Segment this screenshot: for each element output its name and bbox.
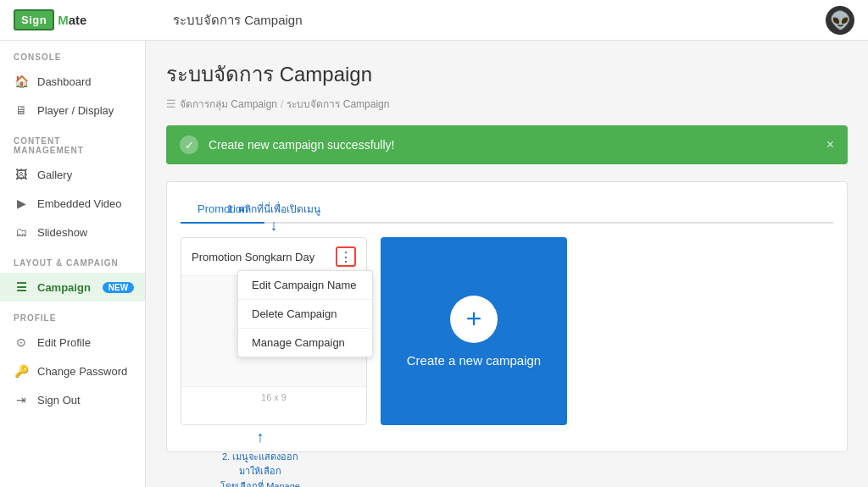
dropdown-delete[interactable]: Delete Campaign (238, 300, 372, 329)
sidebar-label-video: Embedded Video (37, 197, 122, 210)
monitor-icon: 🖥 (14, 102, 29, 118)
page-title: ระบบจัดการ Campaign (166, 58, 848, 91)
breadcrumb-sep: / (281, 98, 283, 110)
sidebar-item-edit-profile[interactable]: ⊙ Edit Profile (0, 328, 145, 357)
sidebar-label-gallery: Gallery (37, 169, 72, 181)
campaign-card-header: Promotion Songkarn Day ⋮ Edit Campaign N… (181, 238, 366, 276)
video-icon: ▶ (14, 196, 29, 211)
edit-profile-icon: ⊙ (14, 335, 29, 350)
sidebar-label-change-password: Change Password (37, 365, 127, 378)
logo-text: Mate (58, 13, 86, 27)
campaign-card-footer: 16 x 9 (181, 386, 366, 407)
sidebar-section-console: CONSOLE (0, 41, 145, 67)
campaign-area: Promotion 1. คลิกที่นี่เพื่อเปิดเมนู ↓ P… (166, 181, 848, 452)
logo-sign: Sign (21, 14, 47, 26)
sidebar-item-player-display[interactable]: 🖥 Player / Display (0, 96, 145, 125)
sidebar-label-campaign: Campaign (37, 281, 91, 294)
avatar[interactable]: 👽 (826, 6, 854, 35)
campaign-card-title: Promotion Songkarn Day (192, 251, 314, 263)
create-campaign-card[interactable]: + Create a new campaign (381, 237, 567, 425)
sidebar-item-slideshow[interactable]: 🗂 Slideshow (0, 218, 145, 246)
sidebar-item-dashboard[interactable]: 🏠 Dashboard (0, 67, 145, 96)
campaign-badge: NEW (103, 282, 134, 293)
campaign-menu-button[interactable]: ⋮ (336, 246, 356, 267)
alert-close-button[interactable]: × (826, 137, 834, 152)
home-icon: 🏠 (14, 74, 29, 89)
annotation-2: ↑ 2. เมนูจะแสดงออกมาให้เลือกโดยเลือกที่ … (188, 425, 332, 487)
campaign-grid: 1. คลิกที่นี่เพื่อเปิดเมนู ↓ Promotion S… (181, 237, 833, 425)
layout: CONSOLE 🏠 Dashboard 🖥 Player / Display C… (0, 41, 868, 487)
sidebar-label-player: Player / Display (37, 104, 114, 117)
alert-message: Create new campaign successfully! (209, 138, 394, 152)
sidebar: CONSOLE 🏠 Dashboard 🖥 Player / Display C… (0, 41, 146, 487)
alert-check-icon: ✓ (180, 136, 198, 154)
password-icon: 🔑 (14, 363, 29, 379)
sidebar-item-change-password[interactable]: 🔑 Change Password (0, 357, 145, 385)
sidebar-section-layout: LAYOUT & CAMPAIGN (0, 246, 145, 273)
sidebar-label-slideshow: Slideshow (37, 226, 87, 239)
topnav: Sign Mate ระบบจัดการ Campaign 👽 (0, 0, 868, 41)
campaign-icon: ☰ (14, 279, 29, 295)
create-plus-icon: + (450, 296, 498, 343)
gallery-icon: 🖼 (14, 167, 29, 182)
sidebar-section-profile: PROFILE (0, 302, 145, 328)
sidebar-item-sign-out[interactable]: ⇥ Sign Out (0, 385, 145, 414)
sidebar-item-campaign[interactable]: ☰ Campaign NEW (0, 273, 145, 302)
dropdown-menu: Edit Campaign Name Delete Campaign Manag… (237, 270, 373, 357)
topnav-title: ระบบจัดการ Campaign (159, 10, 826, 30)
breadcrumb: ☰ จัดการกลุ่ม Campaign / ระบบจัดการ Camp… (166, 96, 848, 112)
sidebar-label-dashboard: Dashboard (37, 75, 92, 88)
main-content: ระบบจัดการ Campaign ☰ จัดการกลุ่ม Campai… (146, 41, 868, 487)
sidebar-item-embedded-video[interactable]: ▶ Embedded Video (0, 189, 145, 218)
alert-success: ✓ Create new campaign successfully! × (166, 125, 848, 164)
annotation-1: 1. คลิกที่นี่เพื่อเปิดเมนู ↓ (227, 201, 320, 235)
signout-icon: ⇥ (14, 392, 29, 407)
sidebar-item-gallery[interactable]: 🖼 Gallery (0, 160, 145, 189)
dropdown-manage[interactable]: Manage Campaign (238, 329, 372, 357)
sidebar-section-content: CONTENT MANAGEMENT (0, 125, 145, 160)
create-campaign-label: Create a new campaign (407, 353, 541, 368)
sidebar-label-sign-out: Sign Out (37, 394, 81, 407)
dropdown-edit-name[interactable]: Edit Campaign Name (238, 271, 372, 300)
campaign-card: 1. คลิกที่นี่เพื่อเปิดเมนู ↓ Promotion S… (181, 237, 367, 425)
logo-box: Sign (14, 9, 54, 30)
breadcrumb-current: ระบบจัดการ Campaign (287, 96, 389, 112)
sidebar-label-edit-profile: Edit Profile (37, 336, 91, 349)
breadcrumb-parent: จัดการกลุ่ม Campaign (180, 96, 277, 112)
slideshow-icon: 🗂 (14, 224, 29, 240)
logo: Sign Mate (14, 9, 159, 30)
breadcrumb-icon: ☰ (166, 97, 176, 110)
